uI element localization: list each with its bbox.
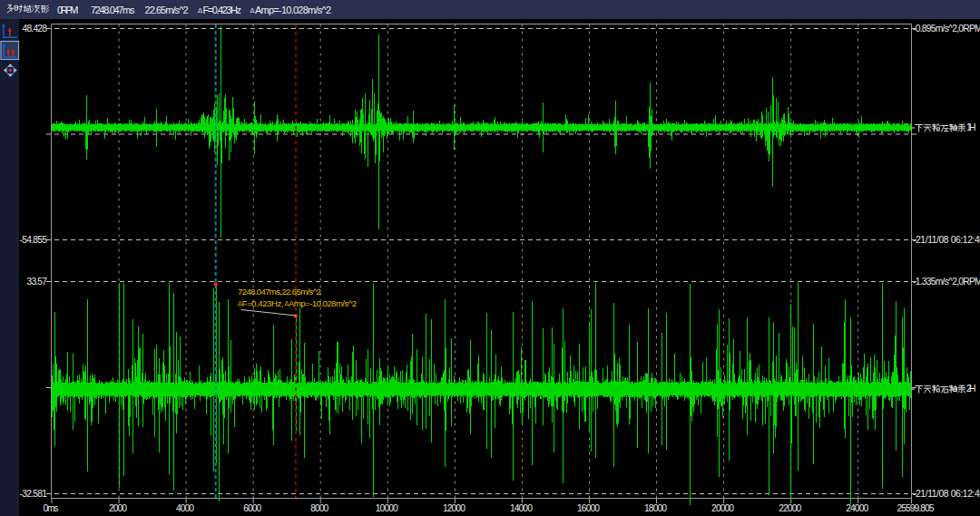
svg-text:6000: 6000: [243, 503, 261, 513]
svg-text:10000: 10000: [376, 503, 398, 513]
svg-text:F=0.423Hz,: F=0.423Hz,: [242, 298, 284, 308]
svg-text:33.57: 33.57: [27, 277, 48, 287]
svg-text:22.65m/s^2: 22.65m/s^2: [145, 5, 189, 15]
svg-text:48.428: 48.428: [23, 24, 48, 34]
svg-text:7248.047ms: 7248.047ms: [91, 5, 135, 15]
svg-text:7248.047ms,22.65m/s^2: 7248.047ms,22.65m/s^2: [238, 287, 321, 297]
svg-text:Δ: Δ: [284, 300, 289, 307]
svg-text:-21/11/08 06:12:46: -21/11/08 06:12:46: [913, 489, 980, 499]
svg-text:0RPM: 0RPM: [57, 5, 79, 15]
svg-text:Δ: Δ: [238, 300, 242, 307]
svg-text:-54.855: -54.855: [20, 235, 48, 245]
svg-text:24000: 24000: [846, 503, 868, 513]
svg-text:0ms: 0ms: [44, 503, 59, 513]
svg-text:1H: 1H: [966, 122, 976, 132]
svg-text:14000: 14000: [510, 503, 533, 513]
svg-text:F=0.423Hz: F=0.423Hz: [203, 5, 242, 15]
svg-text:2H: 2H: [966, 384, 976, 394]
svg-text:8000: 8000: [310, 503, 328, 513]
svg-text:25599.805: 25599.805: [897, 503, 935, 513]
svg-text:Δ: Δ: [250, 6, 255, 15]
svg-text:12000: 12000: [443, 503, 466, 513]
svg-text:20000: 20000: [711, 503, 734, 513]
svg-text:2000: 2000: [109, 503, 127, 513]
svg-text:-21/11/08 06:12:46: -21/11/08 06:12:46: [913, 235, 980, 245]
svg-text:Amp=-10.028m/s^2: Amp=-10.028m/s^2: [255, 5, 331, 15]
svg-text:18000: 18000: [644, 503, 667, 513]
svg-text:-32.581: -32.581: [20, 489, 48, 499]
svg-text:16000: 16000: [577, 503, 600, 513]
svg-text:Amp=-10.028m/s^2: Amp=-10.028m/s^2: [289, 298, 357, 308]
svg-text:Δ: Δ: [198, 6, 202, 15]
svg-text:-0.895m/s^2,0RPM: -0.895m/s^2,0RPM: [913, 24, 980, 34]
svg-text:22000: 22000: [779, 503, 801, 513]
svg-text:-1.335m/s^2,0RPM: -1.335m/s^2,0RPM: [913, 277, 980, 287]
svg-text:4000: 4000: [176, 503, 194, 513]
